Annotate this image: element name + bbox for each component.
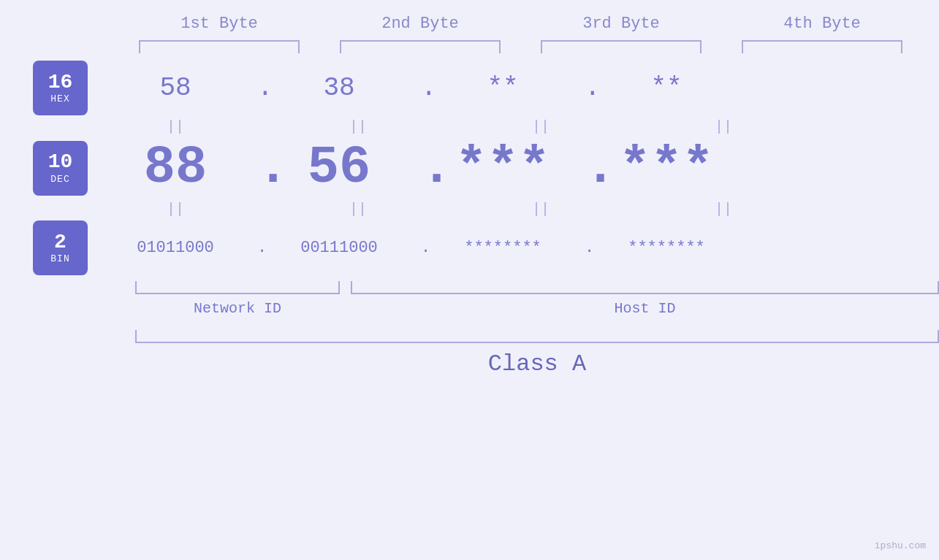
main-container: 1st Byte 2nd Byte 3rd Byte 4th Byte 16 H… (0, 0, 939, 560)
bracket-byte1 (139, 40, 300, 53)
bottom-brackets (135, 281, 939, 294)
dec-row: 10 DEC 88 . 56 . *** . *** (33, 138, 939, 198)
dec-bytes: 88 . 56 . *** . *** (95, 138, 939, 198)
bin-byte4: ******** (628, 239, 705, 257)
bin-bytes: 01011000 . 00111000 . ******** . *******… (95, 239, 939, 257)
hex-byte3: ** (487, 73, 518, 103)
bottom-section: Network ID Host ID (135, 281, 939, 317)
host-bracket (351, 281, 939, 294)
hex-byte3-cell: ** (422, 73, 583, 103)
bin-badge-num: 2 (54, 231, 66, 254)
eq2-b3: || (460, 201, 621, 218)
dec-badge-num: 10 (48, 151, 73, 174)
bin-byte2-cell: 00111000 (259, 239, 419, 257)
class-section: Class A (135, 330, 939, 377)
bin-byte4-cell: ******** (586, 239, 747, 257)
dec-byte2: 56 (308, 138, 370, 198)
byte1-header: 1st Byte (139, 15, 300, 33)
dec-byte1-cell: 88 (95, 138, 256, 198)
bin-byte1-cell: 01011000 (95, 239, 256, 257)
eq2-b1: || (95, 201, 256, 218)
byte-headers: 1st Byte 2nd Byte 3rd Byte 4th Byte (119, 15, 923, 33)
network-id-label: Network ID (135, 300, 340, 317)
hex-badge-label: HEX (50, 93, 69, 104)
dec-byte3-cell: *** (422, 138, 583, 198)
dec-byte1: 88 (144, 138, 207, 198)
hex-row: 16 HEX 58 . 38 . ** . ** (33, 61, 939, 115)
host-id-label: Host ID (351, 300, 939, 317)
bin-badge: 2 BIN (33, 220, 88, 275)
hex-badge-num: 16 (48, 72, 73, 94)
hex-byte4: ** (650, 73, 682, 103)
hex-badge: 16 HEX (33, 61, 88, 115)
eq2-b2: || (278, 201, 438, 218)
byte3-header: 3rd Byte (541, 15, 702, 33)
watermark: ipshu.com (875, 540, 926, 551)
class-label: Class A (135, 350, 939, 377)
bottom-labels: Network ID Host ID (135, 300, 939, 317)
byte2-header: 2nd Byte (340, 15, 501, 33)
bin-byte1: 01011000 (137, 239, 214, 257)
dec-byte2-cell: 56 (259, 138, 419, 198)
dec-byte3: *** (455, 138, 550, 198)
hex-bytes: 58 . 38 . ** . ** (95, 73, 939, 103)
eq2-b4: || (643, 201, 804, 218)
bracket-byte3 (541, 40, 702, 53)
dec-byte4-cell: *** (586, 138, 747, 198)
equals-row2: || || || || (33, 201, 939, 218)
byte4-header: 4th Byte (742, 15, 902, 33)
hex-byte2-cell: 38 (259, 73, 419, 103)
class-bracket (135, 330, 939, 343)
dec-badge: 10 DEC (33, 141, 88, 196)
eq1-b2: || (278, 118, 438, 135)
bin-byte2: 00111000 (300, 239, 378, 257)
bin-row: 2 BIN 01011000 . 00111000 . ******** . *… (33, 220, 939, 275)
bin-badge-label: BIN (50, 253, 69, 264)
hex-byte2: 38 (323, 73, 354, 103)
hex-byte1: 58 (159, 73, 191, 103)
eq1-b1: || (95, 118, 256, 135)
eq1-b4: || (643, 118, 804, 135)
main-grid: 16 HEX 58 . 38 . ** . ** (0, 61, 939, 377)
top-bracket-row (119, 40, 923, 53)
hex-byte4-cell: ** (586, 73, 747, 103)
network-bracket (135, 281, 340, 294)
hex-byte1-cell: 58 (95, 73, 256, 103)
bin-byte3-cell: ******** (422, 239, 583, 257)
dec-badge-label: DEC (50, 174, 69, 185)
bin-byte3: ******** (464, 239, 541, 257)
dec-byte4: *** (619, 138, 714, 198)
bracket-byte4 (742, 40, 902, 53)
equals-row1: || || || || (33, 118, 939, 135)
eq1-b3: || (460, 118, 621, 135)
bracket-byte2 (340, 40, 501, 53)
